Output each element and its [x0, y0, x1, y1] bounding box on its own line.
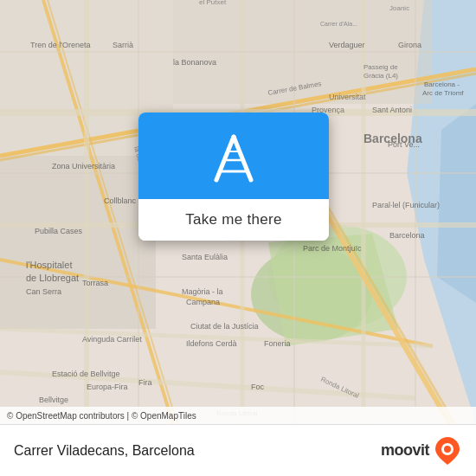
bottom-bar: Carrer Viladecans, Barcelona moovit — [0, 424, 476, 476]
svg-rect-8 — [0, 156, 156, 329]
popup-header-image — [138, 113, 329, 199]
attribution-text: © OpenStreetMap contributors | © OpenMap… — [7, 411, 196, 421]
moovit-logo: moovit — [381, 435, 462, 466]
map-attribution: © OpenStreetMap contributors | © OpenMap… — [0, 407, 476, 424]
svg-text:Estació de Bellvitge: Estació de Bellvitge — [52, 370, 120, 378]
svg-text:Paral·lel (Funicular): Paral·lel (Funicular) — [372, 201, 440, 209]
svg-text:l'Hospitalet: l'Hospitalet — [26, 260, 72, 270]
svg-text:Barcelona: Barcelona — [389, 231, 425, 240]
svg-text:Collblanc: Collblanc — [104, 196, 137, 205]
svg-text:el Putxet: el Putxet — [199, 0, 227, 6]
svg-text:de Llobregat: de Llobregat — [26, 273, 79, 283]
svg-line-75 — [234, 137, 251, 180]
moovit-pin-icon — [433, 435, 462, 466]
svg-text:Girona: Girona — [398, 41, 421, 49]
svg-text:Magòria - la: Magòria - la — [182, 287, 223, 296]
svg-text:Passeig de: Passeig de — [363, 63, 398, 71]
svg-text:Verdaguer: Verdaguer — [329, 41, 365, 49]
map-container[interactable]: Barcelona l'Hospitalet de Llobregat Tren… — [0, 0, 476, 424]
svg-text:Pubilla Cases: Pubilla Cases — [35, 227, 83, 235]
svg-text:Torrasa: Torrasa — [82, 279, 108, 287]
svg-text:Arc de Triomf: Arc de Triomf — [422, 89, 464, 97]
svg-text:Zona Universitària: Zona Universitària — [52, 162, 115, 170]
moovit-brand-text: moovit — [381, 441, 429, 460]
svg-text:Parc de Montjuïc: Parc de Montjuïc — [303, 244, 362, 253]
svg-point-80 — [444, 446, 451, 453]
svg-text:Ildefons Cerdà: Ildefons Cerdà — [186, 339, 237, 348]
svg-text:Joanic: Joanic — [389, 4, 409, 12]
svg-text:Carrer d'Ala...: Carrer d'Ala... — [320, 21, 357, 27]
svg-marker-5 — [437, 104, 476, 303]
svg-text:la Bonanova: la Bonanova — [173, 58, 216, 67]
take-me-there-button[interactable]: Take me there — [138, 199, 329, 241]
svg-text:Foneria: Foneria — [264, 339, 291, 348]
navigation-popup: Take me there — [138, 113, 329, 241]
svg-text:Port Ve...: Port Ve... — [388, 140, 420, 149]
svg-text:Ciutat de la Justícia: Ciutat de la Justícia — [190, 322, 259, 331]
svg-text:Sarrià: Sarrià — [113, 41, 133, 49]
svg-text:Sant Antoni: Sant Antoni — [372, 106, 412, 114]
svg-text:Europa-Fira: Europa-Fira — [87, 383, 128, 391]
svg-text:Campana: Campana — [186, 298, 220, 306]
svg-text:Fira: Fira — [138, 378, 152, 387]
svg-text:Bellvitge: Bellvitge — [39, 396, 68, 404]
svg-text:Santa Eulàlia: Santa Eulàlia — [182, 253, 228, 261]
svg-text:Tren de l'Oreneta: Tren de l'Oreneta — [30, 41, 90, 49]
svg-text:Universitat: Universitat — [329, 93, 366, 101]
svg-text:Gràcia (L4): Gràcia (L4) — [363, 72, 398, 80]
svg-text:Barcelona -: Barcelona - — [424, 80, 460, 88]
svg-text:Can Serra: Can Serra — [26, 287, 61, 296]
svg-line-74 — [216, 137, 234, 180]
road-icon — [203, 124, 264, 188]
svg-text:Foc: Foc — [251, 383, 265, 391]
location-label: Carrer Viladecans, Barcelona — [14, 443, 195, 459]
svg-text:Avinguda Carrilet: Avinguda Carrilet — [82, 335, 142, 344]
